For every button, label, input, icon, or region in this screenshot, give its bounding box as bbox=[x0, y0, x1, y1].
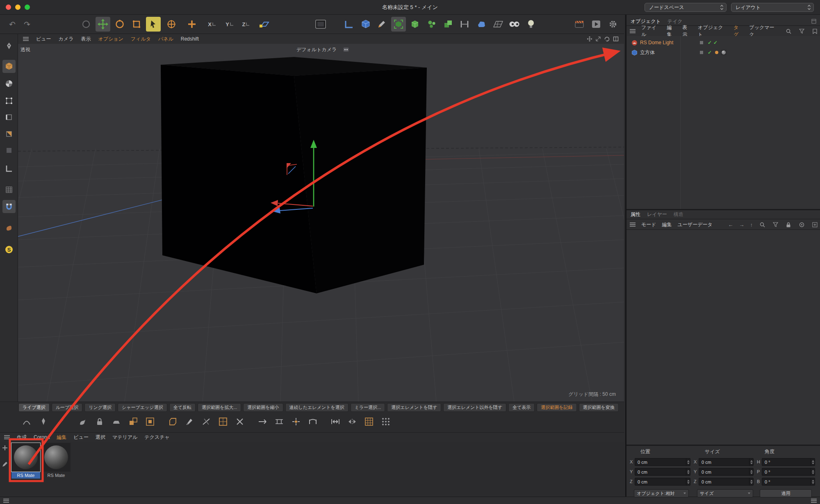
rotation-p-input[interactable]: 0 ° bbox=[762, 468, 815, 476]
viewport-menu-icon[interactable] bbox=[23, 37, 29, 41]
menu-mode[interactable]: モード bbox=[641, 221, 656, 228]
material-menu-icon[interactable] bbox=[4, 435, 10, 439]
add-material-icon[interactable] bbox=[2, 445, 8, 453]
render-active-view-button[interactable] bbox=[572, 17, 587, 32]
viewport-canvas[interactable]: 透視 デフォルトカメラ グリッド間隔 : 50 cm bbox=[18, 44, 624, 402]
matrix-tool-icon[interactable] bbox=[380, 415, 392, 428]
coordinate-mode-dropdown[interactable]: オブジェクト:相対 bbox=[634, 489, 689, 497]
mirror-tool-icon[interactable] bbox=[346, 415, 358, 428]
grow-selection-button[interactable]: 選択範囲を拡大... bbox=[198, 403, 241, 412]
editor-enabled-check-icon[interactable]: ✓ bbox=[708, 40, 712, 45]
close-hole-tool-icon[interactable] bbox=[217, 415, 229, 428]
knife-tool-icon[interactable] bbox=[183, 415, 196, 428]
generator-cube-button[interactable] bbox=[408, 17, 422, 32]
position-y-input[interactable]: 0 cm bbox=[635, 468, 690, 476]
menu-userdata[interactable]: ユーザーデータ bbox=[678, 221, 713, 228]
stepper-icon[interactable] bbox=[811, 459, 815, 465]
material-thumbnail[interactable] bbox=[42, 443, 71, 472]
lock-icon[interactable] bbox=[785, 221, 792, 228]
attribute-menu-icon[interactable] bbox=[630, 222, 636, 227]
boole-generator-button[interactable] bbox=[441, 17, 456, 32]
redshift-badge-button[interactable]: S bbox=[2, 243, 16, 256]
material-name-label[interactable]: RS Mate bbox=[11, 472, 40, 479]
menu-matview[interactable]: ビュー bbox=[73, 434, 89, 441]
timeline-menu-icon[interactable] bbox=[3, 499, 9, 503]
move-tool-button[interactable] bbox=[96, 17, 110, 32]
stepper-icon[interactable] bbox=[749, 468, 753, 475]
live-selection-tool-button[interactable] bbox=[79, 17, 93, 32]
uv-mode-button[interactable] bbox=[2, 144, 16, 157]
store-selection-button[interactable]: 選択範囲を記録 bbox=[537, 403, 576, 412]
size-y-input[interactable]: 0 cm bbox=[699, 468, 754, 476]
scale-tool-button[interactable] bbox=[129, 17, 144, 32]
rotation-h-input[interactable]: 0 ° bbox=[762, 458, 815, 466]
object-row-rs-dome-light[interactable]: RS Dome Light ✓ ✓ bbox=[626, 38, 820, 48]
enable-snap-button[interactable] bbox=[2, 200, 16, 213]
add-cube-primitive-button[interactable] bbox=[358, 17, 373, 32]
undo-icon[interactable]: ↶ bbox=[7, 20, 18, 29]
loop-selection-button[interactable]: ループ選択 bbox=[52, 403, 83, 412]
polygons-mode-button[interactable] bbox=[2, 127, 16, 141]
hide-selected-button[interactable]: 選択エレメントを隠す bbox=[387, 403, 441, 412]
pan-view-icon[interactable] bbox=[586, 35, 593, 43]
object-name[interactable]: RS Dome Light bbox=[640, 40, 673, 45]
stepper-icon[interactable] bbox=[811, 478, 815, 485]
stepper-icon[interactable] bbox=[749, 478, 753, 485]
menu-redshift[interactable]: Redshift bbox=[181, 36, 199, 42]
bevel-tool-icon[interactable] bbox=[166, 415, 179, 428]
edges-mode-button[interactable] bbox=[2, 111, 16, 124]
array-generator-button[interactable] bbox=[424, 17, 439, 32]
object-name[interactable]: 立方体 bbox=[640, 49, 655, 56]
brush-tool-icon[interactable] bbox=[77, 415, 89, 428]
extrude-tool-icon[interactable] bbox=[127, 415, 139, 428]
tab-objects[interactable]: オブジェクト bbox=[631, 18, 661, 25]
search-icon[interactable] bbox=[785, 27, 792, 35]
pen-tool-mode-button[interactable] bbox=[2, 39, 16, 52]
sketch-tool-icon[interactable] bbox=[54, 415, 66, 428]
lock-z-axis-button[interactable]: Z bbox=[239, 17, 253, 32]
points-mode-button[interactable] bbox=[2, 94, 16, 107]
camera-button[interactable] bbox=[507, 17, 522, 32]
pen-tool-icon[interactable] bbox=[37, 415, 50, 428]
hide-unselected-button[interactable]: 選択エレメント以外を隠す bbox=[443, 403, 506, 412]
menu-panel[interactable]: パネル bbox=[158, 36, 173, 43]
stepper-icon[interactable] bbox=[686, 459, 690, 465]
layout-dropdown[interactable]: レイアウト bbox=[731, 3, 814, 12]
menu-view[interactable]: ビュー bbox=[36, 36, 51, 43]
stepper-icon[interactable] bbox=[686, 468, 690, 475]
rotation-b-input[interactable]: 0 ° bbox=[762, 478, 815, 486]
menu-am-edit[interactable]: 編集 bbox=[662, 221, 672, 228]
light-button[interactable] bbox=[524, 17, 538, 32]
target-icon[interactable] bbox=[798, 221, 805, 228]
plane-cut-tool-icon[interactable] bbox=[200, 415, 212, 428]
volume-builder-button[interactable] bbox=[474, 17, 489, 32]
redo-icon[interactable]: ↷ bbox=[21, 20, 33, 29]
object-row-cube[interactable]: 立方体 ✓ bbox=[626, 48, 820, 57]
menu-material[interactable]: マテリアル bbox=[112, 434, 137, 441]
size-z-input[interactable]: 0 cm bbox=[699, 478, 754, 486]
toggle-view-icon[interactable] bbox=[612, 35, 620, 43]
tab-take[interactable]: テイク bbox=[667, 18, 683, 25]
menu-corona[interactable]: Corona bbox=[34, 434, 50, 440]
zoom-view-icon[interactable] bbox=[594, 35, 602, 43]
filter-icon[interactable] bbox=[772, 221, 779, 228]
forward-arrow-icon[interactable]: → bbox=[739, 222, 745, 228]
render-enabled-check-icon[interactable]: ✓ bbox=[713, 40, 718, 45]
select-connected-button[interactable]: 連続したエレメントを選択 bbox=[285, 403, 348, 412]
field-plane-button[interactable] bbox=[491, 17, 506, 32]
inner-extrude-tool-icon[interactable] bbox=[144, 415, 156, 428]
live-selection-button[interactable]: ライブ選択 bbox=[18, 403, 50, 412]
texture-mode-button[interactable] bbox=[2, 77, 16, 90]
object-menu-icon[interactable] bbox=[630, 29, 636, 33]
bookmark-icon[interactable] bbox=[811, 27, 818, 35]
workplane-mode-button[interactable] bbox=[2, 162, 16, 175]
iron-tool-icon[interactable] bbox=[110, 415, 123, 428]
menu-matselect[interactable]: 選択 bbox=[96, 434, 105, 441]
measure-tool-button[interactable] bbox=[342, 17, 356, 32]
coordinate-system-button[interactable] bbox=[164, 17, 179, 32]
menu-filter[interactable]: フィルタ bbox=[131, 36, 151, 43]
render-view-button[interactable] bbox=[313, 17, 328, 32]
menu-camera[interactable]: カメラ bbox=[59, 36, 74, 43]
apply-button[interactable]: 適用 bbox=[760, 489, 812, 497]
menu-display[interactable]: 表示 bbox=[81, 36, 91, 43]
